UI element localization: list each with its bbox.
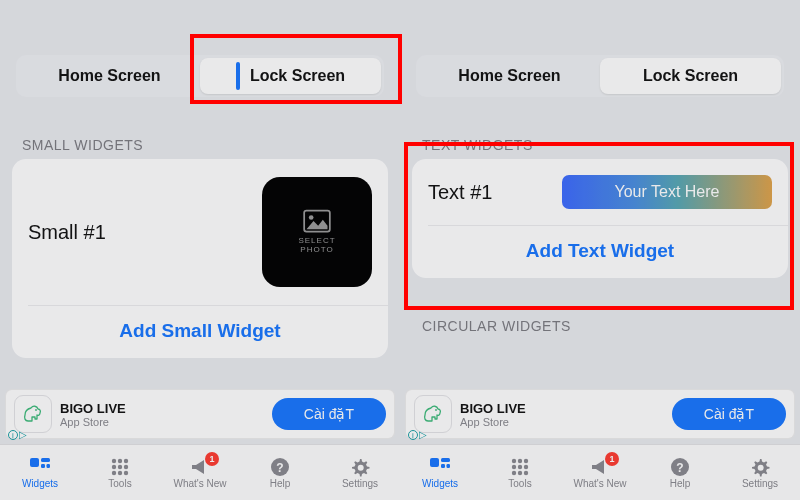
dino-icon (20, 401, 46, 427)
segmented-control: Home Screen Lock Screen (416, 55, 784, 97)
small-widget-name: Small #1 (28, 221, 106, 244)
add-small-widget-button[interactable]: Add Small Widget (12, 306, 388, 358)
segment-lock[interactable]: Lock Screen (200, 58, 381, 94)
badge: 1 (605, 452, 619, 466)
svg-point-11 (112, 465, 116, 469)
svg-point-32 (524, 471, 528, 475)
segment-home[interactable]: Home Screen (19, 58, 200, 94)
gear-icon (750, 456, 770, 478)
segmented-control: Home Screen Lock Screen (16, 55, 384, 97)
section-header-circular-widgets: CIRCULAR WIDGETS (422, 318, 778, 334)
tab-widgets[interactable]: Widgets (0, 445, 80, 500)
badge: 1 (205, 452, 219, 466)
text-widgets-card: Text #1 Your Text Here Add Text Widget (412, 159, 788, 278)
widgets-icon (29, 456, 51, 478)
tab-whats-new[interactable]: 1 What's New (160, 445, 240, 500)
svg-point-30 (512, 471, 516, 475)
ad-app-icon (414, 395, 452, 433)
tab-bar: Widgets Tools 1 What's New ? Help Settin… (0, 444, 400, 500)
svg-point-3 (435, 409, 437, 411)
svg-point-31 (518, 471, 522, 475)
svg-point-2 (35, 409, 37, 411)
help-icon: ? (270, 456, 290, 478)
text-widget-name: Text #1 (428, 181, 492, 204)
section-header-small-widgets: SMALL WIDGETS (22, 137, 378, 153)
add-text-widget-button[interactable]: Add Text Widget (412, 226, 788, 278)
tab-help[interactable]: ? Help (640, 445, 720, 500)
svg-rect-4 (30, 458, 39, 467)
svg-point-35 (758, 465, 764, 471)
ad-install-button[interactable]: Cài đặT (272, 398, 386, 430)
svg-point-12 (118, 465, 122, 469)
svg-rect-20 (430, 458, 439, 467)
svg-rect-6 (41, 464, 45, 468)
segment-home[interactable]: Home Screen (419, 58, 600, 94)
tab-tools[interactable]: Tools (480, 445, 560, 500)
svg-rect-5 (41, 458, 50, 462)
tools-icon (109, 456, 131, 478)
image-icon (303, 209, 331, 233)
svg-point-24 (512, 459, 516, 463)
svg-rect-7 (47, 464, 51, 468)
adchoices-icon[interactable]: i▷ (408, 429, 427, 440)
svg-point-25 (518, 459, 522, 463)
svg-point-28 (518, 465, 522, 469)
small-widgets-card: Small #1 SELECTPHOTO Add Small Widget (12, 159, 388, 358)
tab-whats-new[interactable]: 1 What's New (560, 445, 640, 500)
thumb-caption: SELECTPHOTO (298, 237, 335, 255)
ad-app-icon (14, 395, 52, 433)
ad-install-button[interactable]: Cài đặT (672, 398, 786, 430)
tab-settings[interactable]: Settings (720, 445, 800, 500)
svg-rect-23 (447, 464, 451, 468)
megaphone-icon: 1 (189, 456, 211, 478)
section-header-text-widgets: TEXT WIDGETS (422, 137, 778, 153)
ad-subtitle: App Store (460, 416, 526, 428)
svg-point-27 (512, 465, 516, 469)
tab-widgets[interactable]: Widgets (400, 445, 480, 500)
ad-title: BIGO LIVE (60, 401, 126, 416)
svg-point-9 (118, 459, 122, 463)
gear-icon (350, 456, 370, 478)
svg-rect-21 (441, 458, 450, 462)
small-widget-row[interactable]: Small #1 SELECTPHOTO (12, 159, 388, 305)
select-photo-thumbnail[interactable]: SELECTPHOTO (262, 177, 372, 287)
your-text-here-button[interactable]: Your Text Here (562, 175, 772, 209)
svg-text:?: ? (676, 461, 683, 475)
help-icon: ? (670, 456, 690, 478)
svg-point-15 (118, 471, 122, 475)
svg-point-16 (124, 471, 128, 475)
megaphone-icon: 1 (589, 456, 611, 478)
segment-lock[interactable]: Lock Screen (600, 58, 781, 94)
svg-point-8 (112, 459, 116, 463)
adchoices-icon[interactable]: i▷ (8, 429, 27, 440)
svg-point-10 (124, 459, 128, 463)
svg-point-14 (112, 471, 116, 475)
svg-rect-22 (441, 464, 445, 468)
svg-text:?: ? (276, 461, 283, 475)
ad-banner: BIGO LIVE App Store Cài đặT i▷ (6, 390, 394, 438)
ad-title: BIGO LIVE (460, 401, 526, 416)
ad-banner: BIGO LIVE App Store Cài đặT i▷ (406, 390, 794, 438)
svg-point-19 (358, 465, 364, 471)
tab-tools[interactable]: Tools (80, 445, 160, 500)
svg-point-26 (524, 459, 528, 463)
svg-point-29 (524, 465, 528, 469)
tab-help[interactable]: ? Help (240, 445, 320, 500)
tab-bar: Widgets Tools 1 What's New ? Help Settin… (400, 444, 800, 500)
ad-subtitle: App Store (60, 416, 126, 428)
svg-point-1 (309, 215, 314, 220)
svg-point-13 (124, 465, 128, 469)
tools-icon (509, 456, 531, 478)
text-widget-row[interactable]: Text #1 Your Text Here (412, 159, 788, 225)
dino-icon (420, 401, 446, 427)
tab-settings[interactable]: Settings (320, 445, 400, 500)
widgets-icon (429, 456, 451, 478)
